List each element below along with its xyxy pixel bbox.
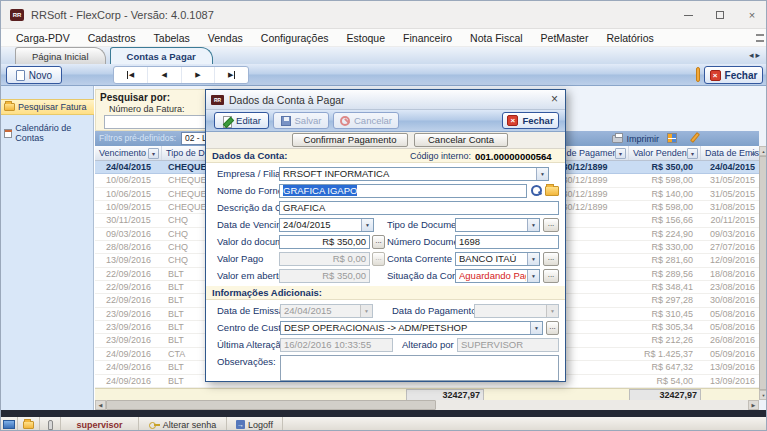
editar-label: Editar (236, 115, 261, 126)
dialog-actions-row: Confirmar Pagamento Cancelar Conta (206, 132, 565, 149)
alterar-senha-button[interactable]: Alterar senha (139, 417, 227, 431)
application-window: RR RRSoft - FlexCorp - Versão: 4.0.1087 … (0, 0, 767, 431)
chevron-down-icon[interactable]: ▼ (361, 219, 373, 231)
cell-pend: R$ 330,00 (629, 241, 701, 253)
imprimir-button[interactable]: Imprimir (612, 131, 660, 146)
minimize-button[interactable] (672, 1, 704, 29)
scroll-left-icon[interactable]: ◀ (95, 400, 106, 410)
tab-pagina-inicial[interactable]: Página Inicial (15, 47, 106, 64)
observacoes-textarea[interactable] (280, 355, 559, 381)
status-image-cell[interactable] (1, 417, 18, 431)
filter-dropdown-icon[interactable]: ▾ (615, 148, 626, 159)
confirmar-pagamento-button[interactable]: Confirmar Pagamento (292, 133, 408, 147)
scroll-up-icon[interactable]: ▲ (759, 146, 767, 156)
chevron-down-icon[interactable]: ▼ (530, 322, 542, 334)
descricao-input[interactable]: GRAFICA (279, 201, 559, 215)
fechar-main-button[interactable]: × Fechar (704, 66, 763, 84)
menu-cadastros[interactable]: Cadastros (79, 29, 145, 47)
column-header-data-emissao[interactable]: Data de Emissão ▲ (701, 146, 759, 160)
cell-emis: 30/08/2016 (701, 294, 759, 306)
menu-financeiro[interactable]: Financeiro (394, 29, 461, 47)
tab-scroll-right-icon[interactable]: ▸ (755, 50, 762, 60)
cell-pend: R$ 310,45 (629, 308, 701, 320)
nav-prev-button[interactable]: ◀ (148, 67, 182, 83)
menu-estoque[interactable]: Estoque (338, 29, 395, 47)
menu-configuracoes[interactable]: Configurações (252, 29, 338, 47)
imprimir-label: Imprimir (627, 134, 660, 144)
status-clip-cell[interactable] (40, 417, 61, 431)
data-vencimento-combobox[interactable]: 24/04/2015 ▼ (279, 218, 374, 232)
cell-emis: 18/08/2016 (701, 268, 759, 280)
menu-relatorios[interactable]: Relatórios (597, 29, 662, 47)
cancelar-button[interactable]: Cancelar (333, 112, 399, 129)
fechar-dialog-button[interactable]: × Fechar (502, 112, 559, 129)
chevron-down-icon[interactable]: ▼ (527, 219, 539, 231)
chevron-down-icon[interactable]: ▼ (527, 270, 539, 282)
search-icon[interactable] (530, 184, 542, 197)
nav-next-button[interactable]: ▶ (182, 67, 216, 83)
chevron-down-icon[interactable]: ▼ (536, 168, 548, 180)
menu-vendas[interactable]: Vendas (199, 29, 252, 47)
predefined-filters-label: Filtros pré-definidos: (99, 131, 176, 146)
horizontal-scroll-thumb[interactable] (106, 400, 436, 410)
observacoes-label: Observações: (217, 355, 276, 369)
novo-button[interactable]: Novo (6, 66, 62, 84)
centro-custo-lookup-button[interactable]: ... (546, 321, 559, 335)
situacao-conta-lookup-button[interactable]: ... (543, 269, 559, 283)
conta-corrente-combobox[interactable]: BANCO ITAÚ ▼ (455, 252, 540, 266)
folder-search-icon (4, 103, 15, 111)
sidebar-item-calendario-de-contas[interactable]: Calendário de Contas (1, 125, 94, 141)
editar-button[interactable]: Editar (214, 112, 269, 129)
menu-overflow-icon[interactable] (756, 34, 764, 42)
status-folder-cell[interactable] (18, 417, 40, 431)
valor-documento-calc-button[interactable]: ... (372, 235, 385, 249)
menu-tabelas[interactable]: Tabelas (145, 29, 199, 47)
column-header-valor-pendente[interactable]: Valor Pendente ▾ (629, 146, 701, 160)
conta-corrente-lookup-button[interactable]: ... (543, 252, 559, 266)
nav-first-button[interactable]: ◀ (114, 67, 148, 83)
tab-contas-a-pagar[interactable]: Contas a Pagar (110, 47, 213, 64)
scroll-right-icon[interactable]: ▶ (748, 400, 759, 410)
valor-documento-input[interactable]: R$ 350,00 (279, 235, 370, 249)
filter-dropdown-icon[interactable]: ▾ (148, 148, 159, 159)
data-vencimento-value: 24/04/2015 (283, 219, 360, 231)
chevron-down-icon[interactable]: ▼ (527, 253, 539, 265)
grid-layout-icon[interactable] (667, 133, 677, 143)
salvar-button[interactable]: Salvar (273, 112, 329, 129)
column-header-vencimento[interactable]: Vencimento △ ▾ (95, 146, 162, 160)
customize-pencil-icon[interactable] (690, 132, 700, 143)
tipo-documento-combobox[interactable]: ▼ (455, 218, 540, 232)
sidebar-item-pesquisar-fatura[interactable]: Pesquisar Fatura (1, 99, 94, 115)
scroll-down-icon[interactable]: ▼ (759, 390, 767, 400)
vertical-scrollbar[interactable]: ▲ ▼ (759, 146, 767, 400)
menu-petmaster[interactable]: PetMaster (532, 29, 598, 47)
close-button[interactable]: × (736, 1, 767, 29)
dialog-close-button[interactable]: × (551, 92, 558, 106)
menu-nota-fiscal[interactable]: Nota Fiscal (461, 29, 532, 47)
fechar-dialog-label: Fechar (522, 115, 553, 126)
cell-pend: R$ 598,00 (629, 174, 701, 186)
key-icon (149, 422, 160, 427)
vertical-scroll-thumb[interactable] (759, 156, 767, 390)
cancelar-conta-button[interactable]: Cancelar Conta (414, 133, 508, 147)
maximize-button[interactable] (704, 1, 736, 29)
logoff-button[interactable]: → Logoff (227, 417, 283, 431)
toolbar-grip[interactable] (696, 67, 700, 82)
menu-carga-pdv[interactable]: Carga-PDV (7, 29, 79, 47)
conta-corrente-value: BANCO ITAÚ (459, 253, 526, 265)
empresa-combobox[interactable]: RRSOFT INFORMATICA ▼ (279, 167, 549, 181)
numero-documento-input[interactable]: 1698 (455, 235, 559, 249)
tipo-documento-lookup-button[interactable]: ... (543, 218, 559, 232)
fornecedor-input[interactable]: GRAFICA IGAPO (279, 184, 527, 198)
horizontal-scrollbar[interactable]: ◀ ▶ (95, 400, 759, 410)
tab-scroll-arrows[interactable]: ◂▸ (749, 50, 762, 60)
valor-pago-label: Valor Pago (217, 252, 263, 266)
filter-dropdown-icon[interactable]: ▾ (687, 148, 698, 159)
codigo-interno-label: Código interno: (410, 150, 471, 163)
centro-custo-combobox[interactable]: DESP OPERACIONAIS -> ADM/PETSHOP ▼ (280, 321, 543, 335)
nav-last-button[interactable]: ▶ (215, 67, 248, 83)
fatura-number-input[interactable] (104, 115, 210, 129)
cell-emis: 09/03/2016 (701, 228, 759, 240)
situacao-conta-combobox[interactable]: Aguardando Pagamento ▼ (455, 269, 540, 283)
open-folder-icon[interactable] (545, 186, 559, 196)
